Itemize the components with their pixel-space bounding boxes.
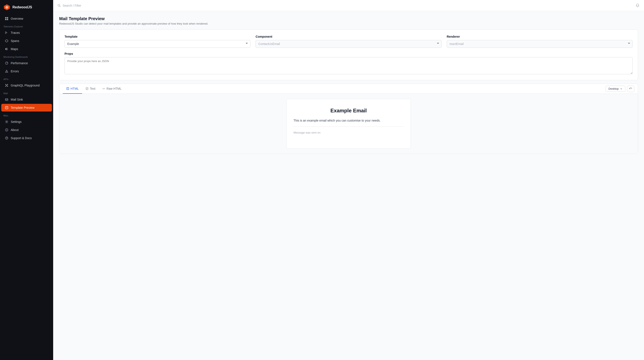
mail-section-label: Mail [0,89,53,95]
spans-label: Spans [11,39,19,43]
svg-rect-11 [6,48,7,50]
svg-line-40 [104,88,104,89]
sidebar-item-traces[interactable]: Traces [1,29,52,37]
redwoodjs-logo-icon [4,4,10,11]
svg-rect-33 [67,88,69,90]
tab-text-label: Text [90,87,96,90]
sidebar-item-mail-sink[interactable]: Mail Sink [1,96,52,103]
sidebar-item-graphql[interactable]: GraphiQL Playground [1,82,52,89]
component-select[interactable]: ContactUsEmail [256,40,442,48]
template-preview-label: Template Preview [11,106,34,109]
renderer-select[interactable]: reactEmail [447,40,633,48]
email-title: Example Email [294,108,404,114]
preview-body: Example Email This is an example email w… [60,94,638,154]
template-label: Template [64,35,250,38]
html-tab-icon [66,87,69,90]
template-form-card: Template Example Component ContactUsEmai… [59,29,638,80]
bell-icon [636,3,640,8]
email-preview-frame: Example Email This is an example email w… [286,99,411,149]
errors-icon [5,69,8,73]
sidebar-item-performance[interactable]: Performance [1,59,52,67]
sidebar-item-settings[interactable]: Settings [1,118,52,126]
sidebar-item-template-preview[interactable]: Template Preview [1,104,52,112]
tab-text[interactable]: Text [82,84,99,94]
template-select[interactable]: Example [64,40,250,48]
sidebar-item-errors[interactable]: Errors [1,67,52,75]
page-title: Mail Template Preview [59,16,638,21]
chevron-down-icon [620,88,622,90]
performance-label: Performance [11,61,28,65]
preview-controls: Desktop [606,86,634,92]
svg-rect-16 [5,84,6,85]
template-select-wrapper: Example [64,40,250,48]
svg-rect-18 [6,85,7,86]
viewport-select[interactable]: Desktop [606,86,625,92]
component-select-wrapper: ContactUsEmail [256,40,442,48]
renderer-field: Renderer reactEmail [447,35,633,48]
email-divider [294,127,404,127]
svg-rect-9 [5,33,6,34]
text-tab-icon [86,87,88,90]
props-textarea[interactable] [64,57,633,74]
svg-rect-10 [5,48,6,50]
renderer-label: Renderer [447,35,633,38]
component-label: Component [256,35,442,38]
renderer-select-wrapper: reactEmail [447,40,633,48]
svg-line-32 [60,6,60,7]
sidebar-item-support[interactable]: Support & Docs [1,134,52,142]
props-section: Props [64,52,633,75]
sidebar-item-about[interactable]: About [1,126,52,134]
svg-point-25 [6,121,7,122]
svg-rect-7 [5,32,6,32]
preview-card: HTML Text [59,84,638,154]
svg-rect-12 [8,48,8,50]
errors-label: Errors [11,70,19,73]
mail-sink-label: Mail Sink [11,98,23,101]
topbar: Search / Filter [53,0,644,11]
refresh-button[interactable] [627,86,634,92]
telemetry-section-label: Telemetry Explorer [0,23,53,29]
overview-icon [5,17,8,20]
monitoring-section-label: Monitoring Dashboards [0,53,53,59]
svg-rect-20 [7,86,8,87]
svg-point-28 [6,129,7,130]
raw-html-tab-icon [102,87,105,90]
svg-rect-3 [5,17,6,18]
page-content: Mail Template Preview RedwoodJS Studio c… [53,11,644,360]
svg-rect-21 [5,99,8,101]
traces-label: Traces [11,31,20,34]
template-field: Template Example [64,35,250,48]
svg-rect-4 [7,17,8,18]
svg-rect-17 [7,84,8,85]
tab-html-label: HTML [70,87,79,90]
support-icon [5,136,8,140]
sidebar: RedwoodJS Overview Telemetry Explorer Tr… [0,0,53,360]
template-preview-icon [5,106,8,110]
overview-label: Overview [11,17,23,20]
search-icon [58,4,61,7]
search-bar[interactable]: Search / Filter [58,4,633,7]
about-label: About [11,128,19,132]
sidebar-item-overview[interactable]: Overview [1,15,52,22]
graphql-icon [5,83,8,87]
main-content: Search / Filter Mail Template Preview Re… [53,0,644,360]
traces-icon [5,31,8,35]
app-logo: RedwoodJS [0,0,53,14]
svg-rect-6 [7,19,8,20]
notification-bell[interactable] [636,3,640,8]
sidebar-item-maps[interactable]: Maps [1,45,52,53]
tab-raw-html[interactable]: Raw HTML [99,84,125,94]
graphql-label: GraphiQL Playground [11,84,40,87]
svg-rect-5 [5,19,6,20]
search-placeholder: Search / Filter [62,4,81,7]
spans-icon [5,39,8,43]
support-label: Support & Docs [11,136,32,140]
desktop-label: Desktop [608,87,619,90]
svg-rect-22 [5,106,8,109]
sidebar-item-spans[interactable]: Spans [1,37,52,45]
email-body-text: This is an example email which you can c… [294,119,404,122]
tab-html[interactable]: HTML [63,84,82,94]
props-label: Props [64,52,633,55]
misc-section-label: Misc. [0,112,53,118]
preview-tabs: HTML Text [60,84,638,94]
